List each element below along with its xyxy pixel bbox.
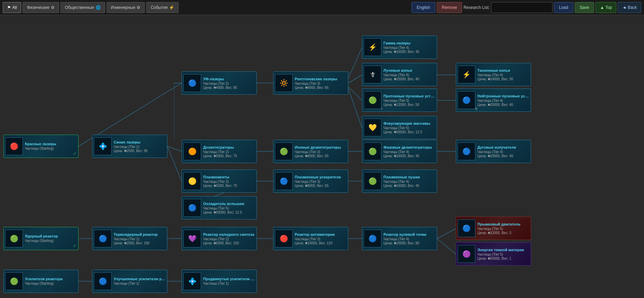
top-button[interactable]: ▲ Top	[596, 2, 616, 13]
card-tier-gamma-lasers: Частицы (Tier 4)	[383, 46, 435, 50]
card-icon-cold-fusion: 💜	[183, 230, 201, 247]
card-title-reactor-boosters: Усилители реактора	[25, 277, 77, 281]
card-tier-cold-fusion: Частицы (Tier 2)	[203, 237, 255, 241]
svg-line-5	[348, 75, 362, 83]
card-icon-plasma-accelerators: 🔵	[275, 172, 293, 190]
tech-card-beam-lances[interactable]: 🗡Лучевые копьяЧастицы (Tier 4)Цена: ✱200…	[362, 63, 437, 86]
card-icon-neutron-launchers: 🔵	[458, 91, 475, 109]
svg-line-20	[437, 229, 456, 239]
tech-card-antimatter-reactor[interactable]: 🔴Реактор антиматерииЧастицы (Tier 3)Цена…	[273, 227, 348, 250]
tech-card-focusing-arrays[interactable]: 💛Фокусирующие массивыЧастицы (Tier 5)Цен…	[362, 116, 437, 139]
card-price-neutron-launchers: Цена: ✱20000, Вес: 40	[477, 103, 529, 107]
card-tier-advanced-boosters: Частицы (Tier 1)	[203, 282, 255, 285]
card-tier-disintegrators: Частицы (Tier 2)	[203, 150, 255, 154]
lightning-icon: ⚡	[169, 5, 174, 10]
card-tier-zero-point-reactor: Частицы (Tier 4)	[383, 237, 435, 241]
tech-card-fusion-reactor[interactable]: 🔵Термоядерный реакторЧастицы (Tier 1)Цен…	[92, 227, 167, 250]
card-tier-uv-lasers: Частицы (Tier 2)	[203, 82, 255, 85]
tech-card-ion-disintegrators[interactable]: 🟢Ионные дезинтеграторыЧастицы (Tier 3)Це…	[273, 140, 348, 163]
card-title-jump-drive: Прыжковый двигатель	[477, 222, 529, 226]
back-button[interactable]: ◄ Back	[618, 2, 641, 13]
tech-card-neutron-launchers[interactable]: 🔵Нейтронные пусковые установкиЧастицы (T…	[456, 89, 531, 112]
card-icon-jump-drive: 🔵	[458, 219, 475, 237]
nav-engineering[interactable]: Инженерные ⚙	[107, 2, 145, 13]
card-price-flash-cooler: Цена: ✱50000, Вес: 12.5	[203, 211, 255, 214]
tech-card-disintegrators[interactable]: 🟠ДезинтеграторыЧастицы (Tier 2)Цена: ✱50…	[182, 140, 257, 163]
card-tier-red-lasers: Частицы (Starting)	[25, 147, 77, 150]
tech-card-plasma-cannons[interactable]: 🟢Плазменные пушкиЧастицы (Tier 4)Цена: ✱…	[362, 170, 437, 193]
tech-card-gamma-lasers[interactable]: ⚡Гамма-лазерыЧастицы (Tier 4)Цена: ✱1600…	[362, 36, 437, 59]
nav-events[interactable]: События ⚡	[146, 2, 179, 13]
card-title-improved-boosters: Улучшенные усилители реакт...	[114, 277, 166, 281]
card-title-flash-cooler: Охладитель вспышки	[203, 202, 255, 206]
card-icon-zero-point-reactor: 🔵	[364, 230, 381, 247]
card-icon-proton-launchers: 🟢	[364, 91, 381, 109]
tech-card-arc-emitters[interactable]: 🔵Дуговые излучателиЧастицы (Tier 4)Цена:…	[456, 140, 531, 163]
card-title-neutron-launchers: Нейтронные пусковые установки	[477, 94, 529, 98]
card-tier-nuclear-reactor: Частицы (Starting)	[25, 239, 77, 243]
card-icon-antimatter-reactor: 🔴	[275, 230, 293, 247]
tech-card-dark-matter[interactable]: 🟣Энергия темной материиЧастицы (Tier 5)Ц…	[456, 242, 531, 266]
card-title-plasma-throwers: Плазмоменты	[203, 175, 255, 179]
card-title-tachyon-lances: Тахионные копья	[477, 68, 529, 72]
card-title-nuclear-reactor: Ядерный реактор	[25, 234, 77, 238]
tech-card-xray-lasers[interactable]: 🔆Рентгеновские лазерыЧастицы (Tier 3)Цен…	[273, 71, 348, 95]
card-tier-dark-matter: Частицы (Tier 5)	[477, 253, 529, 256]
tech-card-uv-lasers[interactable]: 🔵УФ-лазерыЧастицы (Tier 2)Цена: ✱4000, В…	[182, 71, 257, 95]
tech-card-cold-fusion[interactable]: 💜Реактор холодного синтезаЧастицы (Tier …	[182, 227, 257, 250]
card-icon-uv-lasers: 🔵	[183, 74, 201, 92]
tech-card-proton-launchers[interactable]: 🟢Протонные пусковые установкиЧастицы (Ti…	[362, 89, 437, 112]
gear-icon: ⚙	[51, 5, 55, 10]
card-tier-antimatter-reactor: Частицы (Tier 3)	[295, 237, 347, 241]
tech-card-flash-cooler[interactable]: 🔵Охладитель вспышкиЧастицы (Tier 5)Цена:…	[182, 196, 257, 219]
card-price-proton-launchers: Цена: ✱12000, Вес: 50	[383, 103, 435, 107]
card-title-zero-point-reactor: Реактор нулевой точки	[383, 232, 435, 236]
tech-card-zero-point-reactor[interactable]: 🔵Реактор нулевой точкиЧастицы (Tier 4)Це…	[362, 227, 437, 250]
card-icon-nuclear-reactor: 🟢	[5, 230, 23, 247]
card-title-proton-launchers: Протонные пусковые установки	[383, 94, 435, 98]
tech-card-jump-drive[interactable]: 🔵Прыжковый двигательЧастицы (Tier 5)Цена…	[456, 217, 531, 240]
back-arrow-icon: ◄	[622, 5, 626, 10]
globe-icon: 🌐	[96, 5, 101, 10]
tech-card-improved-boosters[interactable]: 🔵Улучшенные усилители реакт...Частицы (T…	[92, 270, 167, 293]
card-tier-arc-emitters: Частицы (Tier 4)	[477, 150, 529, 154]
card-icon-disintegrators: 🟠	[183, 143, 201, 160]
card-price-gamma-lasers: Цена: ✱16000, Вес: 45	[383, 50, 435, 54]
up-arrow-icon: ▲	[600, 5, 604, 10]
tech-card-advanced-boosters[interactable]: 💠Продвинутые усилители реакт...Частицы (…	[182, 270, 257, 293]
remove-button[interactable]: Remove	[437, 2, 462, 13]
card-price-blue-lasers: Цена: ✱2500, Вес: 95	[114, 149, 166, 153]
card-tier-ion-disintegrators: Частицы (Tier 3)	[295, 150, 347, 154]
card-price-jump-drive: Цена: ✱32000, Вес: 3	[477, 231, 529, 235]
tech-card-phase-disintegrators[interactable]: 🟢Фазовые дезинтеграторыЧастицы (Tier 4)Ц…	[362, 140, 437, 163]
tech-card-reactor-boosters[interactable]: 🟢Усилители реактораЧастицы (Starting)	[3, 270, 79, 293]
tech-card-plasma-throwers[interactable]: 🟡ПлазмоментыЧастицы (Tier 2)Цена: ✱5000,…	[182, 170, 257, 193]
save-button[interactable]: Save	[575, 2, 594, 13]
card-tier-neutron-launchers: Частицы (Tier 4)	[477, 99, 529, 103]
card-title-beam-lances: Лучевые копья	[383, 68, 435, 72]
card-icon-dark-matter: 🟣	[458, 245, 475, 263]
english-button[interactable]: English	[411, 2, 435, 13]
nav-social[interactable]: Общественные 🌐	[60, 2, 105, 13]
card-tier-improved-boosters: Частицы (Tier 1)	[114, 282, 166, 285]
nav-physical[interactable]: Физические ⚙	[23, 2, 59, 13]
research-list-input[interactable]	[491, 2, 552, 13]
card-icon-ion-disintegrators: 🟢	[275, 143, 293, 160]
card-price-tachyon-lances: Цена: ✱24000, Вес: 35	[477, 77, 529, 81]
svg-line-4	[348, 48, 362, 78]
card-title-cold-fusion: Реактор холодного синтеза	[203, 232, 255, 236]
card-icon-improved-boosters: 🔵	[94, 272, 112, 290]
nav-all[interactable]: ⚑ All	[3, 2, 21, 13]
card-badge-neutron-launchers: II	[475, 107, 477, 111]
load-button[interactable]: Load	[554, 2, 573, 13]
tech-card-plasma-accelerators[interactable]: 🔵Плазменные ускорителиЧастицы (Tier 3)Це…	[273, 170, 348, 193]
tech-card-blue-lasers[interactable]: 💠Синие лазерыЧастицы (Tier 1)Цена: ✱2500…	[92, 135, 167, 158]
card-icon-advanced-boosters: 💠	[183, 272, 201, 290]
card-price-plasma-cannons: Цена: ✱16000, Вес: 45	[383, 184, 435, 188]
tech-card-tachyon-lances[interactable]: ⚡Тахионные копьяЧастицы (Tier 4)Цена: ✱2…	[456, 63, 531, 86]
tech-card-nuclear-reactor[interactable]: 🟢Ядерный реакторЧастицы (Starting)✓	[3, 227, 79, 250]
card-price-antimatter-reactor: Цена: ✱10000, Вес: 120	[295, 241, 347, 245]
card-tier-xray-lasers: Частицы (Tier 3)	[295, 82, 347, 85]
tech-card-red-lasers[interactable]: 🔴Красные лазерыЧастицы (Starting)✓	[3, 135, 79, 158]
svg-line-21	[437, 239, 456, 254]
